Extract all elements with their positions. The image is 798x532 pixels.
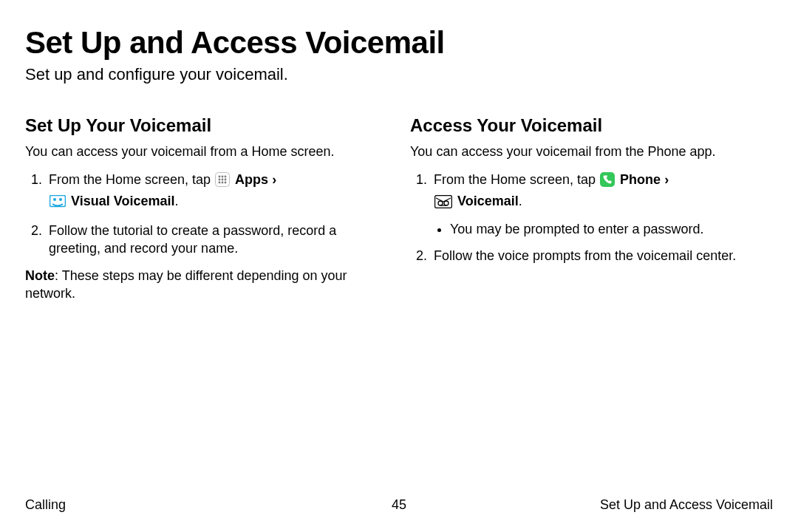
note-label: Note [25,268,55,283]
step-text: From the Home screen, tap [434,172,599,187]
page-subtitle: Set up and configure your voicemail. [25,65,773,84]
step-text: From the Home screen, tap [49,172,214,187]
setup-heading: Set Up Your Voicemail [25,115,388,136]
svg-point-8 [222,182,224,184]
access-column: Access Your Voicemail You can access you… [410,115,773,302]
svg-point-5 [222,179,224,181]
access-step-2: Follow the voice prompts from the voicem… [431,247,773,265]
svg-point-15 [438,201,443,205]
apps-icon [215,172,230,191]
setup-step-2: Follow the tutorial to create a password… [46,222,388,258]
phone-icon [600,172,615,191]
page-footer: Calling 45 Set Up and Access Voicemail [25,497,773,513]
svg-point-4 [219,179,221,181]
separator: › [272,172,276,187]
footer-topic: Set Up and Access Voicemail [406,497,773,513]
setup-column: Set Up Your Voicemail You can access you… [25,115,388,302]
svg-point-7 [219,182,221,184]
access-heading: Access Your Voicemail [410,115,773,136]
svg-point-6 [225,179,227,181]
svg-point-12 [59,198,62,201]
visual-voicemail-icon [50,195,66,213]
step-period: . [519,194,522,208]
voicemail-label: Voicemail [457,194,519,208]
phone-label: Phone [620,172,661,187]
access-substeps: You may be prompted to enter a password. [434,220,773,238]
page-title: Set Up and Access Voicemail [25,25,773,61]
voicemail-icon [434,195,452,213]
setup-steps: From the Home screen, tap Apps › [25,171,388,257]
step-period: . [174,194,178,208]
svg-point-2 [222,176,224,178]
visual-voicemail-label: Visual Voicemail [71,194,174,208]
svg-point-9 [225,182,227,184]
setup-note: Note: These steps may be different depen… [25,267,388,303]
svg-point-1 [219,176,221,178]
access-steps: From the Home screen, tap Phone › [410,171,773,265]
note-body: : These steps may be different depending… [25,268,347,301]
access-intro: You can access your voicemail from the P… [410,143,773,160]
footer-page-number: 45 [392,497,406,513]
setup-intro: You can access your voicemail from a Hom… [25,143,388,160]
columns: Set Up Your Voicemail You can access you… [25,115,773,302]
access-sub-1: You may be prompted to enter a password. [450,220,773,238]
separator: › [664,172,669,187]
svg-rect-10 [50,195,66,206]
footer-section: Calling [25,497,392,513]
svg-point-11 [53,198,56,201]
svg-point-16 [444,201,449,205]
apps-label: Apps [235,172,268,187]
svg-point-3 [225,176,227,178]
setup-step-1: From the Home screen, tap Apps › [46,171,388,213]
help-page: Set Up and Access Voicemail Set up and c… [0,0,798,532]
access-step-1: From the Home screen, tap Phone › [431,171,773,238]
